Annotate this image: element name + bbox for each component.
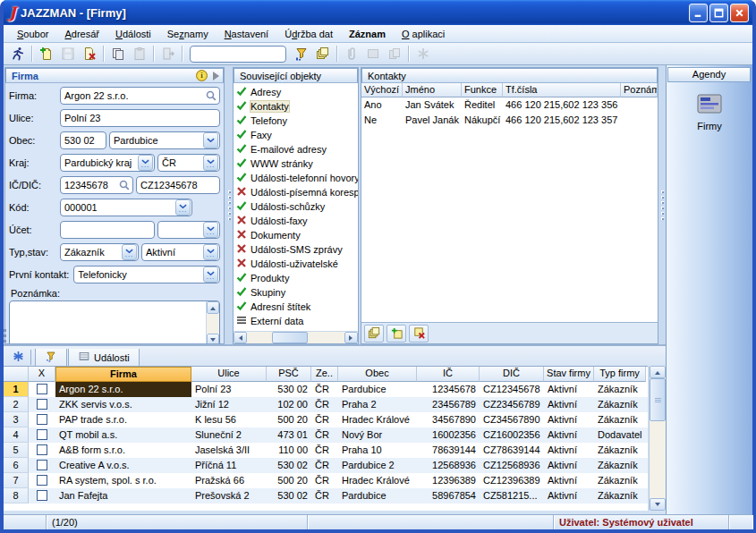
- related-item-adresy[interactable]: Adresy: [234, 85, 358, 99]
- ulice-input[interactable]: [60, 109, 220, 127]
- related-item-dokumenty[interactable]: Dokumenty: [234, 228, 358, 242]
- grid-column-header-stav[interactable]: Stav firmy: [544, 367, 594, 382]
- chevron-down-icon[interactable]: [203, 132, 218, 148]
- contacts-column-header[interactable]: Funkce: [462, 83, 503, 97]
- table-row[interactable]: 7RA system, spol. s r.o.Pražská 66500 20…: [4, 473, 648, 488]
- grid-column-header-psc[interactable]: PSČ: [267, 367, 311, 382]
- table-row[interactable]: 5A&B form s.r.o.Jaselská 3/II110 00ČRPra…: [4, 443, 648, 458]
- table-row[interactable]: 3PAP trade s.r.o.K lesu 56500 20ČRHradec…: [4, 412, 648, 427]
- firma-input[interactable]: [60, 87, 220, 105]
- scroll-left-icon[interactable]: [234, 332, 247, 343]
- grid-column-header-ze[interactable]: Ze..: [311, 367, 338, 382]
- table-row[interactable]: 8Jan FafejtaPrešovská 2530 02ČRPardubice…: [4, 488, 648, 503]
- close-button[interactable]: [730, 4, 749, 22]
- checkbox[interactable]: [37, 399, 47, 410]
- ucet-input[interactable]: [60, 221, 155, 239]
- prvni-kontakt-combo[interactable]: Telefonicky ...: [73, 266, 220, 283]
- chevron-down-icon[interactable]: ...: [138, 155, 153, 171]
- filter-icon[interactable]: [291, 44, 311, 63]
- maximize-button[interactable]: [709, 4, 728, 22]
- grid-vscrollbar[interactable]: [649, 366, 666, 511]
- titlebar[interactable]: J JAZZMAN - [Firmy]: [4, 0, 752, 25]
- related-item-ud-losti-faxy[interactable]: Události-faxy: [234, 214, 358, 228]
- obec-combo[interactable]: Pardubice: [109, 131, 220, 149]
- info-icon[interactable]: i: [196, 70, 208, 81]
- checkbox[interactable]: [37, 490, 47, 501]
- menu-item-seznamy[interactable]: Seznamy: [159, 27, 217, 41]
- grid-column-header-obec[interactable]: Obec: [338, 367, 417, 382]
- related-item-ud-losti-p-semn-koresp[interactable]: Události-písemná koresp: [234, 185, 358, 199]
- menu-item-nastaven-[interactable]: Nastavení: [217, 27, 277, 41]
- delete-record-icon[interactable]: [79, 44, 99, 63]
- contacts-column-header[interactable]: Jméno: [403, 83, 462, 97]
- scroll-down-icon[interactable]: [650, 498, 666, 511]
- duplicate-icon[interactable]: [312, 44, 333, 63]
- menu-item--dr-ba-dat[interactable]: Údržba dat: [276, 27, 341, 41]
- chevron-down-icon[interactable]: ...: [203, 155, 218, 171]
- menu-item-o-aplikaci[interactable]: O aplikaci: [394, 27, 453, 41]
- quick-search-input[interactable]: [190, 46, 286, 63]
- related-item-www-str-nky[interactable]: WWW stránky: [234, 157, 358, 171]
- firma-related-splitter[interactable]: [225, 65, 233, 344]
- tab-udalosti[interactable]: Události: [68, 349, 140, 366]
- related-item-ud-losti-telefonn-hovory[interactable]: Události-telefonní hovory: [234, 171, 358, 185]
- scroll-up-icon[interactable]: [650, 366, 666, 378]
- copy-icon[interactable]: [107, 44, 128, 63]
- delete-contact-icon[interactable]: [409, 325, 429, 343]
- menu-item-adres-[interactable]: Adresář: [56, 27, 107, 41]
- zeme-combo[interactable]: ČR ...: [157, 154, 220, 172]
- run-icon[interactable]: [7, 44, 28, 63]
- poznamka-textarea[interactable]: [9, 300, 220, 343]
- grid-column-header-ic[interactable]: IČ: [417, 367, 480, 382]
- table-row[interactable]: 2ZKK servis v.o.s.Jižní 12102 00ČRPraha …: [4, 397, 648, 412]
- related-item-ud-losti-sch-zky[interactable]: Události-schůzky: [234, 199, 358, 214]
- related-item-kontakty[interactable]: Kontakty: [234, 99, 358, 114]
- checkbox[interactable]: [37, 429, 47, 440]
- chevron-down-icon[interactable]: ...: [122, 244, 137, 260]
- new-record-icon[interactable]: [36, 44, 56, 63]
- table-row[interactable]: 1Argon 22 s.r.o.Polní 23530 02ČRPardubic…: [4, 382, 648, 397]
- scroll-up-icon[interactable]: [207, 301, 219, 314]
- kod-combo[interactable]: 000001 ...: [60, 199, 192, 216]
- stav-combo[interactable]: Aktivní ...: [141, 243, 220, 261]
- table-row[interactable]: 4QT mobil a.s.Sluneční 2473 01ČRNový Bor…: [4, 427, 648, 443]
- related-item-produkty[interactable]: Produkty: [234, 271, 358, 285]
- related-item-ud-losti-sms-zpr-vy[interactable]: Události-SMS zprávy: [234, 242, 358, 257]
- chevron-down-icon[interactable]: ...: [203, 266, 218, 283]
- related-item-adresn-t-tek[interactable]: Adresní štítek: [234, 300, 358, 314]
- grid-column-header-typ[interactable]: Typ firmy: [594, 367, 646, 382]
- chevron-down-icon[interactable]: ...: [203, 244, 218, 260]
- related-item-e-mailov-adresy[interactable]: E-mailové adresy: [234, 142, 358, 157]
- related-item-extern-data[interactable]: Externí data: [234, 314, 358, 328]
- psc-input[interactable]: [60, 131, 106, 149]
- kraj-combo[interactable]: Pardubický kraj ...: [60, 154, 155, 172]
- grid-column-header-ulice[interactable]: Ulice: [191, 367, 267, 382]
- contacts-column-header[interactable]: Tf.čísla: [503, 83, 621, 97]
- contact-row[interactable]: NePavel JanákNákupčí466 120 215,602 123 …: [361, 113, 658, 128]
- checkbox[interactable]: [37, 384, 47, 394]
- scrollbar-thumb[interactable]: [272, 332, 308, 343]
- related-item-telefony[interactable]: Telefony: [234, 114, 358, 128]
- scroll-down-icon[interactable]: [207, 334, 219, 343]
- minimize-button[interactable]: [689, 4, 708, 22]
- scroll-right-icon[interactable]: [344, 332, 358, 343]
- table-row[interactable]: 6Creative A v.o.s.Příčná 11530 02ČRPardu…: [4, 458, 648, 473]
- checkbox[interactable]: [37, 414, 47, 425]
- typ-combo[interactable]: Zákazník ...: [60, 243, 139, 261]
- grid-column-header-firma[interactable]: Firma: [55, 367, 191, 382]
- related-item-skupiny[interactable]: Skupiny: [234, 285, 358, 300]
- asterisk-icon[interactable]: [7, 348, 29, 365]
- tab-filter[interactable]: [35, 349, 67, 366]
- contact-row[interactable]: AnoJan SvátekŘeditel466 120 215,602 123 …: [361, 97, 658, 113]
- checkbox[interactable]: [37, 460, 47, 470]
- grid-column-header-num[interactable]: [4, 367, 29, 382]
- chevron-down-icon[interactable]: ...: [175, 199, 191, 216]
- checkbox[interactable]: [37, 475, 47, 486]
- related-hscrollbar[interactable]: [234, 331, 358, 343]
- browse-contacts-icon[interactable]: [364, 325, 384, 343]
- menu-item-ud-losti[interactable]: Události: [107, 27, 159, 41]
- contacts-column-header[interactable]: Výchozí: [361, 83, 403, 97]
- contacts-column-header[interactable]: Poznámka: [621, 83, 658, 97]
- chevron-down-icon[interactable]: ...: [203, 222, 218, 238]
- expand-arrow-icon[interactable]: [213, 72, 219, 80]
